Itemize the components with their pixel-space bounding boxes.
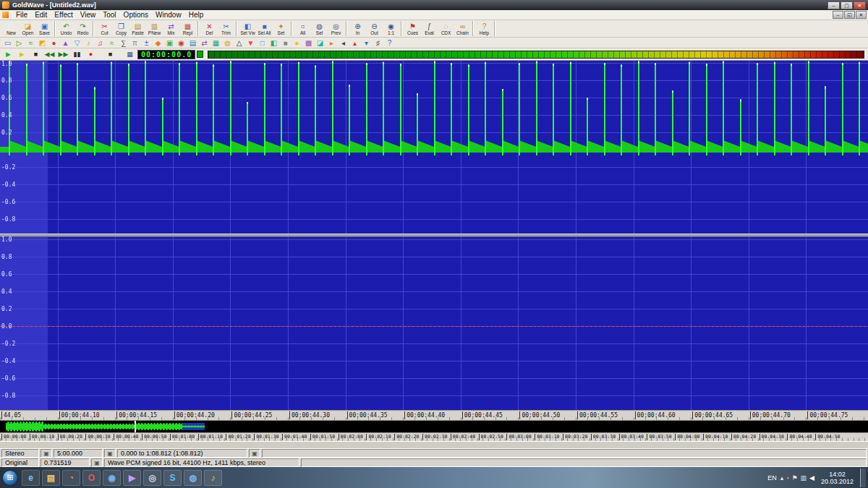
cues-button[interactable]: ⚑Cues xyxy=(404,21,421,36)
play-button[interactable]: ▶ xyxy=(2,50,14,59)
mdi-close-button[interactable]: ✕ xyxy=(856,11,867,19)
effect-icon[interactable]: ▴ xyxy=(349,38,360,48)
eval-button[interactable]: ƒEval xyxy=(421,21,438,36)
copy-button[interactable]: ❐Copy xyxy=(113,21,129,36)
all-button[interactable]: ○All xyxy=(294,21,311,36)
effect-icon[interactable]: ◉ xyxy=(176,38,187,48)
maximize-button[interactable]: ▢ xyxy=(841,1,853,9)
effect-icon[interactable]: ≈ xyxy=(25,38,36,48)
show-desktop-button[interactable] xyxy=(860,468,866,487)
action-center-icon[interactable]: ⚑ xyxy=(791,474,797,481)
menu-tool[interactable]: Tool xyxy=(99,10,119,20)
sel-vw-button[interactable]: ◧Sel Vw xyxy=(239,21,256,36)
menu-view[interactable]: View xyxy=(77,10,100,20)
pause-button[interactable]: ▮▮ xyxy=(71,50,83,59)
record-button[interactable]: ● xyxy=(85,50,97,59)
effect-icon[interactable]: ● xyxy=(48,38,59,48)
tray-expand-icon[interactable]: ▴ xyxy=(780,474,784,481)
effect-icon[interactable]: ◪ xyxy=(315,38,326,48)
stop-all-button[interactable]: ■ xyxy=(104,50,116,59)
menu-effect[interactable]: Effect xyxy=(51,10,76,20)
prev-button[interactable]: ◎Prev xyxy=(328,21,344,36)
effect-icon[interactable]: ▲ xyxy=(60,38,71,48)
cdx-button[interactable]: ◌CDX xyxy=(438,21,454,36)
overview-canvas[interactable] xyxy=(0,421,868,432)
effect-icon[interactable]: ▣ xyxy=(164,38,175,48)
effect-icon[interactable]: ♪ xyxy=(83,38,94,48)
taskbar-icon-chrome[interactable]: ◉ xyxy=(103,470,121,486)
effect-icon[interactable]: ▭ xyxy=(2,38,13,48)
language-indicator[interactable]: EN xyxy=(767,474,777,481)
effect-icon[interactable]: ▼ xyxy=(245,38,256,48)
menu-edit[interactable]: Edit xyxy=(31,10,51,20)
save-button[interactable]: ▣Save xyxy=(36,21,53,36)
menu-options[interactable]: Options xyxy=(120,10,152,20)
menu-window[interactable]: Window xyxy=(152,10,185,20)
taskbar-icon-messenger[interactable]: ◍ xyxy=(184,470,202,486)
sel-button[interactable]: ◍Sel xyxy=(311,21,328,36)
open-button[interactable]: ◪Open xyxy=(20,21,36,36)
effect-icon[interactable]: ▾ xyxy=(361,38,372,48)
effect-icon[interactable]: ◂ xyxy=(338,38,349,48)
effect-icon[interactable]: π xyxy=(129,38,140,48)
effect-icon[interactable]: ◧ xyxy=(268,38,279,48)
speaker-icon[interactable]: ▣ xyxy=(41,449,52,458)
taskbar-icon-windows-explorer[interactable]: ▤ xyxy=(42,470,60,486)
effect-icon[interactable]: ◩ xyxy=(37,38,48,48)
mdi-child-icon[interactable] xyxy=(2,12,9,18)
effect-icon[interactable]: □ xyxy=(257,38,268,48)
tray-app-icon[interactable]: ▪ xyxy=(786,474,788,481)
close-button[interactable]: ✕ xyxy=(854,1,866,9)
mix-button[interactable]: ⇄Mix xyxy=(163,21,179,36)
new-button[interactable]: ▢New xyxy=(3,21,20,36)
mdi-restore-button[interactable]: ◱ xyxy=(844,11,855,19)
menu-help[interactable]: Help xyxy=(185,10,208,20)
effect-icon[interactable]: ■ xyxy=(280,38,291,48)
effect-icon[interactable]: ▦ xyxy=(210,38,221,48)
paste-button[interactable]: ▤Paste xyxy=(129,21,146,36)
effect-icon[interactable]: ● xyxy=(292,38,302,48)
overview-ruler[interactable]: 00:00:0000:00:1000:00:2000:00:3000:00:40… xyxy=(0,432,868,441)
set-button[interactable]: ✦Set xyxy=(273,21,289,36)
effect-icon[interactable]: ▤ xyxy=(187,38,198,48)
mdi-minimize-button[interactable]: – xyxy=(833,11,843,19)
effect-icon[interactable]: ▷ xyxy=(14,38,25,48)
taskbar-icon-skype[interactable]: S xyxy=(163,470,182,486)
taskbar-icon-goldwave[interactable]: ♪ xyxy=(204,470,222,486)
effect-icon[interactable]: ⇄ xyxy=(199,38,210,48)
taskbar-icon-media-player[interactable]: ▶ xyxy=(123,470,141,486)
pnew-button[interactable]: ▥PNew xyxy=(146,21,163,36)
effect-icon[interactable]: ▸ xyxy=(326,38,337,48)
taskbar-icon-internet-explorer[interactable]: e xyxy=(22,470,40,486)
rewind-button[interactable]: ◀◀ xyxy=(43,50,56,59)
effect-icon[interactable]: ▽ xyxy=(72,38,82,48)
cut-button[interactable]: ✂Cut xyxy=(96,21,113,36)
effect-icon[interactable]: △ xyxy=(234,38,244,48)
effect-icon[interactable]: ♯ xyxy=(373,38,383,48)
stop-button[interactable]: ■ xyxy=(30,50,42,59)
taskbar-icon-firefox[interactable]: ◔ xyxy=(62,470,80,486)
effect-icon[interactable]: ? xyxy=(384,38,395,48)
waveform-canvas[interactable] xyxy=(0,61,868,410)
trim-button[interactable]: ✂Trim xyxy=(218,21,234,36)
sel-all-button[interactable]: ■Sel All xyxy=(256,21,273,36)
repl-button[interactable]: ▦Repl xyxy=(179,21,196,36)
monitor-button[interactable]: ▦ xyxy=(124,50,136,59)
minimize-button[interactable]: – xyxy=(827,1,840,9)
selection-icon[interactable]: ▣ xyxy=(249,449,260,458)
effect-icon[interactable]: ♫ xyxy=(95,38,106,48)
help-button[interactable]: ?Help xyxy=(476,21,493,36)
volume-icon[interactable]: ◀ xyxy=(809,474,814,481)
effect-icon[interactable]: ± xyxy=(141,38,152,48)
clock[interactable]: 14:02 20.03.2012 xyxy=(818,471,856,485)
out-button[interactable]: ⊖Out xyxy=(366,21,383,36)
overview-strip[interactable] xyxy=(0,420,868,432)
undo-button[interactable]: ↶Undo xyxy=(58,21,75,36)
effect-icon[interactable]: ≈ xyxy=(106,38,117,48)
time-ruler[interactable]: 44.0500:00:44.1000:00:44.1500:00:44.2000… xyxy=(0,410,868,420)
effect-icon[interactable]: ▩ xyxy=(303,38,314,48)
del-button[interactable]: ✕Del xyxy=(201,21,218,36)
waveform-area[interactable]: 1.00.80.60.40.2-0.2-0.4-0.6-0.81.00.80.6… xyxy=(0,61,868,410)
effect-icon[interactable]: ◍ xyxy=(222,38,233,48)
1-1-button[interactable]: ◉1:1 xyxy=(383,21,399,36)
